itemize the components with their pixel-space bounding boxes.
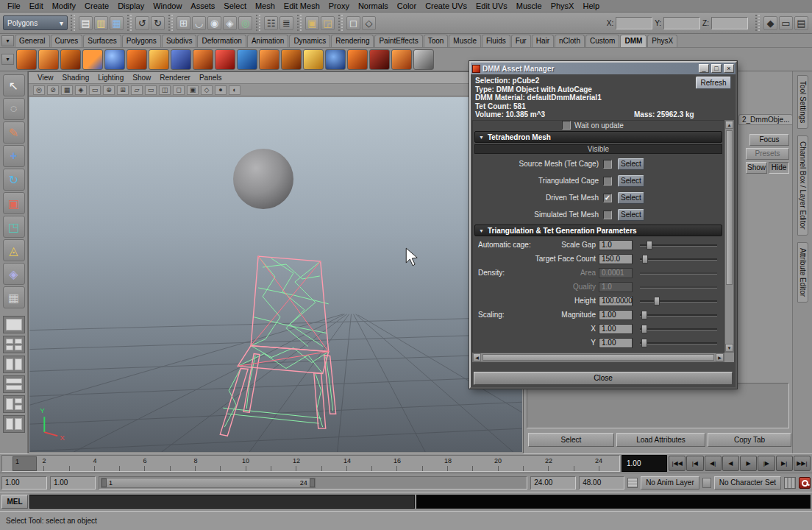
safe-action-icon[interactable]: ◻ <box>173 85 185 95</box>
driven-tet-mesh-checkbox[interactable]: ✓ <box>603 194 612 202</box>
menu-normals[interactable]: Normals <box>354 0 393 13</box>
copy-tab-button[interactable]: Copy Tab <box>708 433 791 447</box>
dmm-shelf-tool-icon[interactable] <box>325 49 346 70</box>
horizontal-scrollbar[interactable]: ◀ ▶ <box>472 353 724 362</box>
editor-toggle-icon[interactable]: ▤ <box>794 16 808 30</box>
rotate-tool-icon[interactable]: ↻ <box>3 169 25 191</box>
shelf-tab-ncloth[interactable]: nCloth <box>555 35 585 47</box>
step-forward-frame-button[interactable]: ▶| <box>776 456 793 471</box>
scale-gap-slider[interactable] <box>640 240 717 250</box>
render-current-frame-icon[interactable]: ▣ <box>305 16 319 30</box>
time-slider[interactable]: 1 2 4 6 8 10 12 14 16 18 20 22 24 <box>1 455 620 472</box>
minimize-icon[interactable]: _ <box>699 64 709 73</box>
driven-tet-mesh-select-button[interactable]: Select <box>618 192 644 204</box>
dmm-shelf-tool-icon[interactable] <box>369 49 390 70</box>
panel-menu-show[interactable]: Show <box>128 74 155 82</box>
two-d-pan-zoom-icon[interactable]: ⊕ <box>103 85 115 95</box>
shelf-tab-curves[interactable]: Curves <box>51 35 83 47</box>
menu-file[interactable]: File <box>3 0 25 13</box>
dmm-shelf-tool-icon[interactable] <box>38 49 59 70</box>
scroll-left-icon[interactable]: ◀ <box>473 353 481 361</box>
shelf-tab-fur[interactable]: Fur <box>511 35 531 47</box>
dmm-shelf-tool-icon[interactable] <box>104 49 125 70</box>
paint-select-tool-icon[interactable]: ✎ <box>3 121 25 144</box>
range-end-handle[interactable] <box>310 478 315 487</box>
animation-start-field[interactable]: 1.00 <box>1 476 47 490</box>
menu-edit-uvs[interactable]: Edit UVs <box>471 0 512 13</box>
camera-attributes-icon[interactable]: ▦ <box>61 85 73 95</box>
film-gate-icon[interactable]: ▱ <box>131 85 143 95</box>
shelf-tab-dynamics[interactable]: Dynamics <box>289 35 330 47</box>
shelf-tab-fluids[interactable]: Fluids <box>482 35 510 47</box>
height-field[interactable]: 100.0000 <box>599 296 633 306</box>
panel-menu-lighting[interactable]: Lighting <box>93 74 128 82</box>
target-face-count-field[interactable]: 150.0 <box>599 254 633 264</box>
scale-y-slider[interactable] <box>640 338 717 348</box>
dmm-shelf-tool-icon[interactable] <box>237 49 257 70</box>
z-coordinate-field[interactable] <box>711 17 748 29</box>
resolution-gate-icon[interactable]: ▭ <box>145 85 157 95</box>
menu-edit[interactable]: Edit <box>25 0 48 13</box>
menu-create-uvs[interactable]: Create UVs <box>421 0 471 13</box>
focus-button[interactable]: Focus <box>749 134 789 146</box>
current-time-field[interactable]: 1.00 <box>622 455 667 472</box>
menu-muscle[interactable]: Muscle <box>512 0 546 13</box>
current-frame-marker[interactable]: 1 <box>13 456 37 471</box>
new-scene-icon[interactable]: ▤ <box>79 16 93 30</box>
triangulation-section-header[interactable]: ▼ Triangulation & Tet Generation Paramet… <box>474 225 722 236</box>
grid-toggle-icon[interactable]: ⊞ <box>117 85 129 95</box>
window-title-bar[interactable]: DMM Asset Manager _ □ × <box>471 63 736 74</box>
chair-wireframe-object[interactable] <box>220 256 335 436</box>
source-mesh-select-button[interactable]: Select <box>618 158 644 170</box>
section-grip[interactable] <box>256 15 260 31</box>
section-grip[interactable] <box>755 15 760 31</box>
select-by-object-icon[interactable]: ◻ <box>346 16 360 30</box>
show-manipulator-tool-icon[interactable]: ◈ <box>3 263 25 285</box>
lock-camera-icon[interactable]: ⊘ <box>47 85 59 95</box>
magnitude-slider[interactable] <box>640 310 717 320</box>
x-coordinate-field[interactable] <box>616 17 652 29</box>
scale-x-slider[interactable] <box>640 324 717 334</box>
step-back-key-button[interactable]: ◀| <box>705 456 722 471</box>
shelf-tab-custom[interactable]: Custom <box>585 35 619 47</box>
soft-modification-tool-icon[interactable]: ◬ <box>3 239 25 261</box>
triangulated-cage-checkbox[interactable] <box>603 177 612 186</box>
height-slider[interactable] <box>640 296 717 306</box>
anim-layer-icon[interactable] <box>627 478 638 488</box>
section-grip[interactable] <box>71 15 75 31</box>
select-button[interactable]: Select <box>528 433 614 447</box>
select-tool-icon[interactable]: ↖ <box>3 74 25 96</box>
tab-attribute-editor[interactable]: Attribute Editor <box>797 242 808 303</box>
menu-proxy[interactable]: Proxy <box>324 0 354 13</box>
simulated-tet-mesh-checkbox[interactable] <box>603 211 612 219</box>
open-scene-icon[interactable]: ▥ <box>94 16 108 30</box>
auto-keyframe-icon[interactable] <box>799 477 811 489</box>
menu-assets[interactable]: Assets <box>186 0 219 13</box>
panel-menu-view[interactable]: View <box>33 74 58 82</box>
tab-channel-box-layer-editor[interactable]: Channel Box / Layer Editor <box>797 135 808 236</box>
single-pane-layout-button[interactable] <box>3 316 25 333</box>
dmm-shelf-tool-icon[interactable] <box>259 49 279 70</box>
outliner-persp-layout-button[interactable] <box>3 415 25 433</box>
wait-on-update-checkbox[interactable] <box>562 121 571 130</box>
playback-end-field[interactable]: 24.00 <box>530 476 576 490</box>
shelf-tab-toon[interactable]: Toon <box>424 35 449 47</box>
scrollbar-thumb[interactable] <box>726 130 733 285</box>
ipr-render-icon[interactable]: ◲ <box>321 16 335 30</box>
y-coordinate-field[interactable] <box>663 17 700 29</box>
menu-create[interactable]: Create <box>80 0 113 13</box>
triangulated-cage-select-button[interactable]: Select <box>618 175 644 187</box>
scale-gap-field[interactable]: 1.0 <box>599 240 633 250</box>
gate-mask-icon[interactable]: ◫ <box>159 85 171 95</box>
menu-window[interactable]: Window <box>149 0 186 13</box>
bookmark-icon[interactable]: ◈ <box>75 85 87 95</box>
menu-color[interactable]: Color <box>393 0 421 13</box>
two-pane-stack-layout-button[interactable] <box>3 375 25 393</box>
shelf-tab-animation[interactable]: Animation <box>247 35 288 47</box>
image-plane-icon[interactable]: ▭ <box>89 85 101 95</box>
camera-menu-icon[interactable]: ◎ <box>33 85 45 95</box>
shelf-tab-physx[interactable]: PhysX <box>647 35 677 47</box>
shelf-tab-general[interactable]: General <box>15 35 50 47</box>
menu-edit-mesh[interactable]: Edit Mesh <box>279 0 324 13</box>
snap-to-view-plane-icon[interactable]: ◈ <box>223 16 237 30</box>
